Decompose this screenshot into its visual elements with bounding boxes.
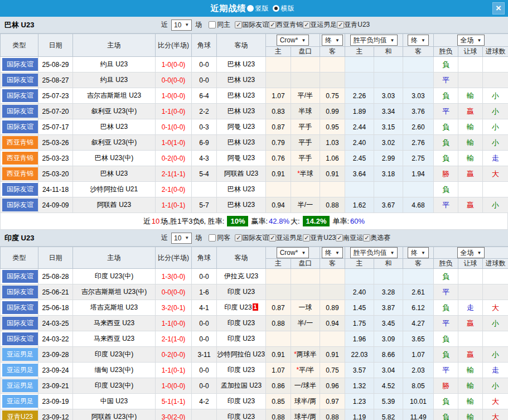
ah-final-select[interactable]: 终▼ (322, 247, 343, 258)
league-label-4[interactable]: 奥选赛 (370, 233, 390, 243)
away-team-cell: 阿曼 U23 (217, 151, 266, 166)
wdl-result-cell: 平 (434, 73, 458, 88)
eu-draw-odds-cell (374, 269, 403, 284)
wdl-result-cell: 負 (434, 182, 458, 197)
vertical-layout-radio[interactable] (247, 5, 254, 12)
league-checkbox-2[interactable]: ✓ (303, 234, 310, 242)
eu-home-odds-cell: 2.40 (345, 135, 374, 151)
score-value: 0-2(0-0) (162, 351, 186, 359)
horizontal-layout-radio[interactable] (273, 5, 279, 12)
league-checkbox-1[interactable]: ✓ (269, 234, 276, 242)
table-row: 亚青U2323-09-12阿联酋 U23(中)3-0(2-0)印度 U230.8… (1, 409, 508, 420)
league-label-2[interactable]: 亚运男足 (310, 20, 337, 30)
league-label-3[interactable]: 亚青U23 (344, 20, 370, 30)
ah-final-select[interactable]: 终▼ (322, 35, 343, 46)
corner-cell: 4-3 (192, 151, 217, 166)
team-name: 巴林 U23 (4, 20, 34, 30)
away-team-cell: 巴林 U23 (217, 135, 266, 151)
corner-cell: 0-0 (192, 331, 217, 347)
summary-text: 近 (143, 216, 151, 226)
same-venue-checkbox[interactable] (209, 21, 216, 28)
match-type-badge: 国际友谊 (2, 89, 38, 102)
score-value: 3-0(2-0) (162, 413, 186, 420)
avg-odds-select[interactable]: 胜平负均值▼ (350, 35, 398, 46)
handicap-result-cell (458, 331, 483, 347)
type-cell: 西亚青锦 (1, 135, 38, 151)
ah-away-odds-cell: 1.06 (320, 151, 345, 166)
bookmaker-select[interactable]: Crow*▼ (277, 35, 309, 46)
same-venue-label[interactable]: 同客 (217, 233, 230, 243)
eu-final-select[interactable]: 终▼ (408, 247, 429, 258)
eu-draw-odds-cell: 3.28 (374, 284, 403, 300)
eu-away-odds-cell: 2.61 (403, 284, 434, 300)
scope-select[interactable]: 全场▼ (457, 35, 485, 46)
league-checkbox-4[interactable]: ✓ (363, 234, 370, 242)
home-team-cell: 沙特阿拉伯 U21 (73, 182, 156, 197)
eu-draw-odds-cell (374, 182, 403, 197)
score-value: 1-3(0-0) (162, 273, 186, 281)
goals-result-cell-value: 小 (492, 382, 499, 390)
bookmaker-select[interactable]: Crow*▼ (277, 247, 309, 258)
col-eu-away: 客 (403, 259, 434, 269)
table-row: 西亚青锦25-03-26叙利亚 U23(中)1-0(1-0)6-9巴林 U230… (1, 135, 508, 151)
league-checkbox-3[interactable]: ✓ (337, 21, 344, 28)
handicap-result-cell: 輸 (458, 119, 483, 135)
home-team-cell: 塔吉克斯坦 U23 (73, 300, 156, 316)
type-cell: 国际友谊 (1, 88, 38, 104)
score-cell: 1-0(0-0) (156, 57, 192, 73)
home-team-cell: 约旦 U23 (73, 73, 156, 88)
ah-line-cell: 一球 (291, 300, 320, 316)
wdl-result-cell-value: 負 (442, 413, 449, 420)
away-team-cell: 巴林 U23 (217, 182, 266, 197)
match-type-badge: 西亚青锦 (2, 152, 38, 165)
home-team-cell: 叙利亚 U23(中) (73, 135, 156, 151)
date-cell: 25-07-23 (38, 88, 73, 104)
wdl-result-cell-value: 平 (442, 319, 449, 327)
league-label-3[interactable]: 南亚运 (343, 233, 363, 243)
handicap-result-cell (458, 73, 483, 88)
score-cell: 0-0(0-0) (156, 73, 192, 88)
league-label-1[interactable]: 亚运男足 (276, 233, 303, 243)
ah-home-odds-cell (266, 331, 291, 347)
vertical-layout-label[interactable]: 竖版 (255, 4, 269, 13)
score-cell: 1-0(0-0) (156, 378, 192, 394)
league-checkbox-1[interactable]: ✓ (269, 21, 276, 28)
score-value: 0-2(0-0) (162, 155, 186, 162)
league-label-1[interactable]: 西亚青锦 (276, 20, 303, 30)
league-checkbox-0[interactable]: ✓ (235, 21, 242, 28)
handicap-result-cell: 輸 (458, 378, 483, 394)
away-team-cell: 印度 U23 (217, 363, 266, 378)
goals-result-cell: 小 (483, 88, 508, 104)
scope-select[interactable]: 全场▼ (457, 247, 485, 258)
league-checkbox-2[interactable]: ✓ (303, 21, 310, 28)
table-row: 国际友谊25-07-23吉尔吉斯斯坦 U231-0(0-0)6-4巴林 U231… (1, 88, 508, 104)
league-checkbox-3[interactable]: ✓ (336, 234, 343, 242)
ah-away-odds-cell (320, 73, 345, 88)
type-cell: 国际友谊 (1, 197, 38, 213)
table-row: 国际友谊24-03-25马来西亚 U231-1(0-0)0-0印度 U230.8… (1, 316, 508, 331)
score-value: 5-1(1-1) (162, 398, 186, 405)
horizontal-layout-label[interactable]: 横版 (281, 4, 294, 13)
goals-result-cell: 走 (483, 151, 508, 166)
eu-final-select[interactable]: 终▼ (408, 35, 429, 46)
recent-count-select[interactable]: 10▼ (171, 233, 192, 244)
league-label-0[interactable]: 国际友谊 (242, 20, 269, 30)
league-label-2[interactable]: 亚青U23 (310, 233, 336, 243)
league-label-0[interactable]: 国际友谊 (242, 233, 269, 243)
same-venue-label[interactable]: 同主 (217, 20, 230, 30)
recent-count-select[interactable]: 10▼ (171, 20, 192, 31)
type-cell: 国际友谊 (1, 331, 38, 347)
corner-cell: 5-4 (192, 166, 217, 182)
home-team-cell: 吉尔吉斯斯坦 U23 (73, 88, 156, 104)
date-cell: 25-03-26 (38, 135, 73, 151)
match-type-badge: 国际友谊 (2, 199, 38, 211)
score-value: 1-1(0-0) (162, 320, 186, 327)
eu-away-odds-cell: 4.68 (403, 197, 434, 213)
league-checkbox-0[interactable]: ✓ (235, 234, 242, 242)
same-venue-checkbox[interactable] (209, 234, 216, 242)
avg-odds-select[interactable]: 胜平负均值▼ (350, 247, 398, 258)
goals-result-cell-value: 小 (492, 123, 499, 131)
close-icon[interactable]: × (492, 2, 505, 15)
away-team-cell: 巴林 U23 (217, 197, 266, 213)
wdl-result-cell: 平 (434, 197, 458, 213)
